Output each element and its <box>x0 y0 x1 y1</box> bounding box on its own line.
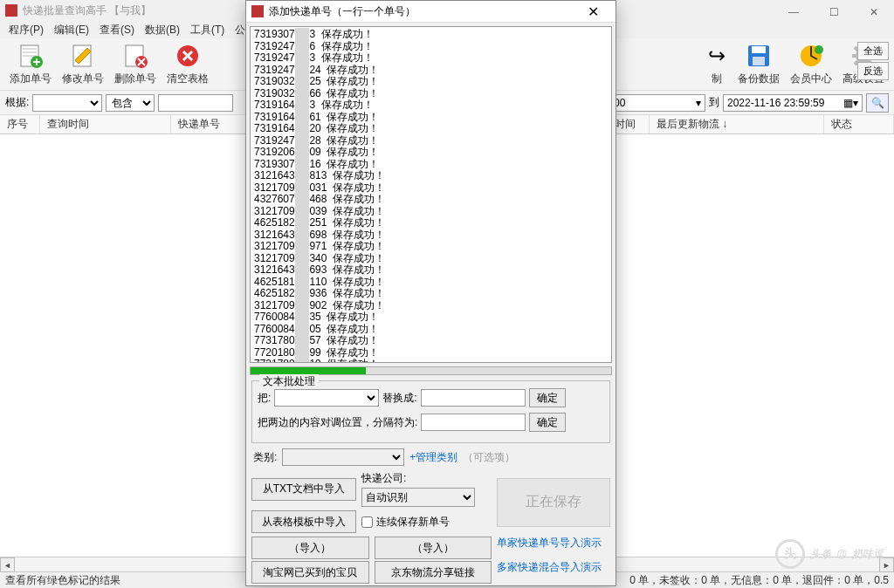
import-btn-2[interactable]: （导入） <box>375 537 492 559</box>
list-item: 77317802 19 保存成功！ <box>254 359 608 363</box>
col-qtime[interactable]: 查询时间 <box>40 115 171 133</box>
list-item: 77600843 35 保存成功！ <box>254 311 608 324</box>
list-item: 31217098 039 保存成功！ <box>254 206 608 218</box>
add-icon <box>17 42 45 70</box>
replace-from-label: 把: <box>258 391 271 406</box>
col-last[interactable]: 最后更新物流 ↓ <box>650 115 824 133</box>
invert-select-button[interactable]: 反选 <box>857 62 889 80</box>
dialog-close-button[interactable]: ✕ <box>575 3 610 20</box>
app-icon <box>5 4 17 17</box>
menu-edit[interactable]: 编辑(E) <box>51 21 93 39</box>
delete-button[interactable]: 删除单号 <box>112 42 159 86</box>
category-row: 类别: +管理类别 （可选项） <box>246 448 615 471</box>
list-item: 31216433 698 保存成功！ <box>254 229 608 242</box>
list-item: 73192066 09 保存成功！ <box>254 147 608 159</box>
col-status[interactable]: 状态 <box>824 115 894 133</box>
minimize-button[interactable]: — <box>774 0 814 24</box>
replace-confirm-button[interactable]: 确定 <box>529 388 566 407</box>
copy-label: 制 <box>712 72 722 86</box>
delete-icon <box>121 42 149 70</box>
backup-icon <box>745 42 773 70</box>
progress-fill <box>251 367 366 374</box>
scroll-left-icon[interactable]: ◄ <box>0 557 15 572</box>
list-item: 31216433 693 保存成功！ <box>254 264 608 277</box>
filter-root-label: 根据: <box>5 95 29 110</box>
batch-legend: 文本批处理 <box>259 374 319 389</box>
list-item: 73190322 25 保存成功！ <box>254 76 608 88</box>
clear-button[interactable]: 清空表格 <box>164 42 211 86</box>
list-item: 31217098 340 保存成功！ <box>254 253 608 265</box>
continuous-save-input[interactable] <box>361 516 373 528</box>
import-btn-1[interactable]: （导入） <box>251 537 369 559</box>
edit-button[interactable]: 修改单号 <box>59 42 107 86</box>
list-item: 73192478 24 保存成功！ <box>254 65 608 77</box>
status-right: 0 单，未签收：0 单，无信息：0 单，退回件：0 单，0.5 <box>629 573 889 588</box>
category-select[interactable] <box>282 448 404 466</box>
menu-data[interactable]: 数据(B) <box>141 21 183 39</box>
copy-button[interactable]: ↪ 制 <box>704 42 730 86</box>
swap-delim-input[interactable] <box>421 414 526 431</box>
manage-category-link[interactable]: +管理类别 <box>409 450 457 465</box>
clear-icon <box>174 42 202 70</box>
company-label: 快递公司: <box>361 471 492 486</box>
filter-op-select[interactable]: 包含 <box>106 94 155 112</box>
search-button[interactable]: 🔍 <box>866 93 889 113</box>
demo-link-1[interactable]: 单家快递单号导入演示 <box>497 537 610 549</box>
import-template-button[interactable]: 从表格模板中导入 <box>251 510 356 533</box>
calendar-icon: ▾ <box>696 97 701 109</box>
list-item: 73192476 6 保存成功！ <box>254 41 608 53</box>
window-controls: — ☐ ✕ <box>774 0 894 24</box>
member-label: 会员中心 <box>790 72 832 86</box>
menu-program[interactable]: 程序(P) <box>5 21 47 39</box>
saving-indicator: 正在保存 <box>497 478 610 527</box>
add-tracking-dialog: 添加快递单号（一行一个单号） ✕ 73193078 3 保存成功！7319247… <box>245 0 616 586</box>
col-seq[interactable]: 序号 <box>0 115 40 133</box>
edit-label: 修改单号 <box>62 72 104 86</box>
member-icon <box>797 42 825 70</box>
svg-rect-7 <box>752 46 766 53</box>
add-button[interactable]: 添加单号 <box>7 42 54 86</box>
import-txt-button[interactable]: 从TXT文档中导入 <box>251 478 356 501</box>
calendar-icon: ▦▾ <box>843 97 858 109</box>
scroll-right-icon[interactable]: ► <box>879 557 894 572</box>
filter-field-select[interactable] <box>32 94 102 112</box>
list-item: 73191648 61 保存成功！ <box>254 112 608 124</box>
replace-from-input[interactable] <box>274 389 379 407</box>
demo-link-2[interactable]: 多家快递混合导入演示 <box>497 561 610 573</box>
list-item: 73192471 28 保存成功！ <box>254 135 608 147</box>
list-item: 77600841 05 保存成功！ <box>254 324 608 336</box>
replace-to-label: 替换成: <box>382 391 416 406</box>
import-row-2: 淘宝网已买到的宝贝 京东物流分享链接 多家快递混合导入演示 <box>246 561 615 585</box>
date-to-input[interactable]: 2022-11-16 23:59:59 ▦▾ <box>723 94 863 112</box>
search-icon: 🔍 <box>871 97 884 109</box>
close-button[interactable]: ✕ <box>854 0 894 24</box>
text-batch-group: 文本批处理 把: 替换成: 确定 把两边的内容对调位置，分隔符为: 确定 <box>251 380 610 443</box>
filter-value-input[interactable] <box>158 94 233 112</box>
list-item: 77201804 99 保存成功！ <box>254 347 608 359</box>
replace-to-input[interactable] <box>421 389 526 407</box>
selection-buttons: 全选 反选 <box>857 42 889 80</box>
list-item: 46251811 110 保存成功！ <box>254 277 608 289</box>
list-item: 73190322 66 保存成功！ <box>254 88 608 100</box>
select-all-button[interactable]: 全选 <box>857 42 889 60</box>
member-button[interactable]: 会员中心 <box>787 42 835 86</box>
maximize-button[interactable]: ☐ <box>814 0 854 24</box>
edit-icon <box>69 42 97 70</box>
copy-icon: ↪ <box>708 42 726 70</box>
list-item: 46251822 251 保存成功！ <box>254 217 608 229</box>
list-item: 73191648 3 保存成功！ <box>254 99 608 112</box>
menu-tools[interactable]: 工具(T) <box>187 21 228 39</box>
menu-view[interactable]: 查看(S) <box>96 21 138 39</box>
continuous-save-checkbox[interactable]: 连续保存新单号 <box>361 515 492 530</box>
backup-button[interactable]: 备份数据 <box>735 42 782 86</box>
svg-rect-8 <box>753 57 765 65</box>
date-to-value: 2022-11-16 23:59:59 <box>727 97 824 109</box>
list-item: 77317802 57 保存成功！ <box>254 335 608 347</box>
taobao-import-button[interactable]: 淘宝网已买到的宝贝 <box>251 561 369 584</box>
tracking-result-list[interactable]: 73193078 3 保存成功！73192476 6 保存成功！73192476… <box>250 26 612 363</box>
swap-confirm-button[interactable]: 确定 <box>529 413 566 432</box>
bottom-controls: 从TXT文档中导入 快递公司: 自动识别 正在保存 从表格模板中导入 连续保存新… <box>246 471 615 537</box>
company-select[interactable]: 自动识别 <box>361 488 475 507</box>
dialog-titlebar: 添加快递单号（一行一个单号） ✕ <box>246 1 615 23</box>
jd-import-button[interactable]: 京东物流分享链接 <box>375 561 492 584</box>
